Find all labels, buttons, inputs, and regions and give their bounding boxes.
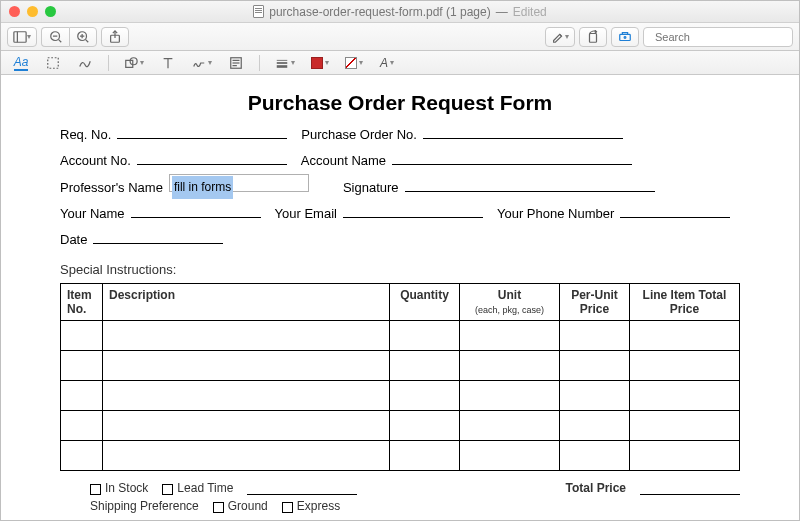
signature-label: Signature: [343, 176, 399, 201]
order-table: Item No. Description Quantity Unit(each,…: [60, 283, 740, 471]
sidebar-toggle-button[interactable]: ▾: [7, 27, 37, 47]
express-option: Express: [282, 499, 340, 513]
line-style-button[interactable]: ▾: [271, 54, 299, 72]
special-instructions-label: Special Instructions:: [60, 262, 740, 277]
in-stock-checkbox[interactable]: [90, 484, 101, 495]
sign-tool-button[interactable]: ▾: [188, 54, 216, 72]
acct-no-line: [137, 151, 287, 165]
lead-time-option: Lead Time: [162, 481, 233, 495]
zoom-in-button[interactable]: [69, 27, 97, 47]
preview-window: purchase-order-request-form.pdf (1 page)…: [0, 0, 800, 521]
zoom-group: [41, 27, 97, 47]
po-no-label: Purchase Order No.: [301, 123, 417, 148]
svg-rect-12: [590, 33, 597, 42]
your-phone-label: Your Phone Number: [497, 202, 614, 227]
col-description: Description: [103, 284, 390, 321]
filename-label: purchase-order-request-form.pdf (1 page): [269, 5, 490, 19]
markup-tools-button[interactable]: [611, 27, 639, 47]
ground-option: Ground: [213, 499, 268, 513]
svg-rect-17: [48, 57, 59, 68]
po-no-line: [423, 125, 623, 139]
svg-rect-13: [620, 34, 631, 40]
pdf-page: Purchase Order Request Form Req. No. Pur…: [20, 77, 780, 520]
fill-color-button[interactable]: ▾: [341, 54, 367, 72]
in-stock-option: In Stock: [90, 481, 148, 495]
date-line: [93, 230, 223, 244]
svg-line-6: [86, 39, 89, 42]
col-line-total: Line Item Total Price: [630, 284, 740, 321]
zoom-out-button[interactable]: [41, 27, 69, 47]
your-name-line: [131, 204, 261, 218]
stock-row: In Stock Lead Time Total Price: [90, 481, 740, 495]
main-toolbar: ▾ ▾: [1, 23, 799, 51]
lead-time-line: [247, 481, 357, 495]
lead-time-checkbox[interactable]: [162, 484, 173, 495]
table-row: [61, 381, 740, 411]
sketch-tool-button[interactable]: [73, 54, 97, 72]
note-tool-button[interactable]: [224, 54, 248, 72]
col-item-no: Item No.: [61, 284, 103, 321]
window-title: purchase-order-request-form.pdf (1 page)…: [1, 5, 799, 19]
search-input[interactable]: [655, 31, 793, 43]
req-no-line: [117, 125, 287, 139]
total-price-label: Total Price: [566, 481, 626, 495]
table-header-row: Item No. Description Quantity Unit(each,…: [61, 284, 740, 321]
shapes-button[interactable]: ▾: [120, 54, 148, 72]
prof-name-label: Professor's Name: [60, 176, 163, 201]
divider: [108, 55, 109, 71]
titlebar: purchase-order-request-form.pdf (1 page)…: [1, 1, 799, 23]
date-label: Date: [60, 228, 87, 253]
total-price-line: [640, 481, 740, 495]
req-no-label: Req. No.: [60, 123, 111, 148]
your-phone-line: [620, 204, 730, 218]
markup-toolbar: Aa ▾ ▾ ▾ ▾ ▾ A▾: [1, 51, 799, 75]
border-color-button[interactable]: ▾: [307, 54, 333, 72]
select-tool-button[interactable]: [41, 54, 65, 72]
your-email-line: [343, 204, 483, 218]
share-button[interactable]: [101, 27, 129, 47]
your-name-label: Your Name: [60, 202, 125, 227]
search-field[interactable]: [643, 27, 793, 47]
divider: [259, 55, 260, 71]
table-row: [61, 411, 740, 441]
document-viewport[interactable]: Purchase Order Request Form Req. No. Pur…: [1, 75, 799, 520]
svg-rect-0: [14, 31, 26, 42]
table-row: [61, 351, 740, 381]
svg-point-14: [624, 36, 626, 38]
shipping-row: Shipping Preference Ground Express: [90, 499, 740, 513]
col-unit: Unit(each, pkg, case): [460, 284, 560, 321]
form-fields: Req. No. Purchase Order No. Account No. …: [60, 123, 740, 252]
svg-point-19: [130, 57, 137, 64]
document-icon: [253, 5, 264, 18]
table-row: [61, 321, 740, 351]
acct-no-label: Account No.: [60, 149, 131, 174]
text-style-button[interactable]: Aa: [9, 54, 33, 72]
annotation-text[interactable]: fill in forms: [172, 176, 233, 199]
title-separator: —: [496, 5, 508, 19]
ground-checkbox[interactable]: [213, 502, 224, 513]
edited-label: Edited: [513, 5, 547, 19]
svg-line-11: [560, 34, 562, 36]
font-button[interactable]: A▾: [375, 54, 399, 72]
acct-name-line: [392, 151, 632, 165]
rotate-button[interactable]: [579, 27, 607, 47]
svg-line-3: [58, 39, 61, 42]
chevron-down-icon: ▾: [27, 32, 31, 41]
table-row: [61, 441, 740, 471]
chevron-down-icon: ▾: [565, 32, 569, 41]
col-quantity: Quantity: [390, 284, 460, 321]
acct-name-label: Account Name: [301, 149, 386, 174]
express-checkbox[interactable]: [282, 502, 293, 513]
your-email-label: Your Email: [275, 202, 337, 227]
shipping-pref-label: Shipping Preference: [90, 499, 199, 513]
form-title: Purchase Order Request Form: [60, 91, 740, 115]
col-per-unit-price: Per-Unit Price: [560, 284, 630, 321]
text-annotation-field[interactable]: fill in forms: [169, 174, 309, 192]
markup-toggle-button[interactable]: ▾: [545, 27, 575, 47]
signature-line: [405, 178, 655, 192]
text-tool-button[interactable]: [156, 54, 180, 72]
